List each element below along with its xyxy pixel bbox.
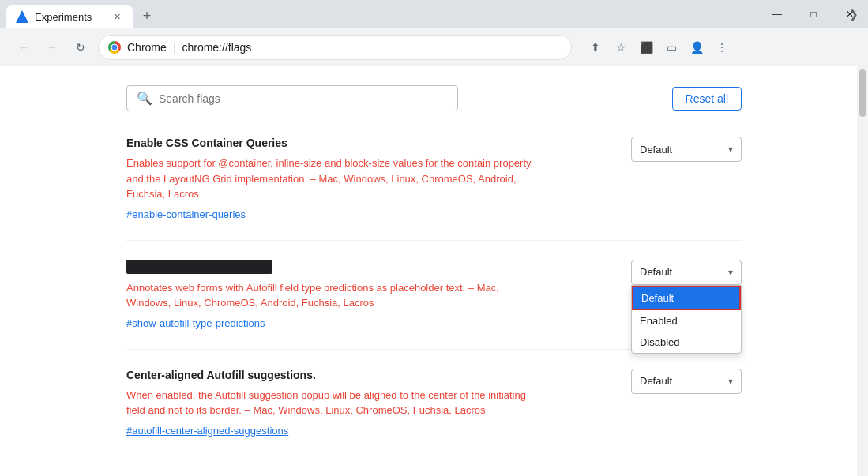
dropdown-menu: Default Enabled Disabled — [631, 285, 742, 354]
flag-link[interactable]: #show-autofill-type-predictions — [126, 317, 265, 329]
select-button[interactable]: Default ▾ — [631, 369, 742, 394]
flag-control: Default ▾ — [631, 369, 742, 394]
active-tab[interactable]: Experiments ✕ — [6, 5, 133, 28]
flag-info: Center-aligned Autofill suggestions. Whe… — [126, 369, 536, 437]
dropdown-item-disabled[interactable]: Disabled — [632, 332, 741, 353]
chevron-down-icon: ▾ — [728, 267, 733, 278]
close-window-button[interactable]: ✕ — [832, 0, 868, 28]
extension-icon[interactable]: ⬛ — [635, 36, 657, 58]
new-tab-button[interactable]: + — [136, 5, 158, 27]
url-display: chrome://flags — [182, 41, 251, 54]
chrome-logo-icon — [108, 41, 121, 54]
back-button[interactable]: ← — [13, 36, 35, 58]
forward-button[interactable]: → — [41, 36, 63, 58]
select-button[interactable]: Default ▾ — [631, 137, 742, 162]
profile-icon[interactable]: 👤 — [686, 36, 708, 58]
flag-control: Default ▾ — [631, 137, 742, 162]
search-icon: 🔍 — [137, 91, 152, 106]
flag-title: Center-aligned Autofill suggestions. — [126, 369, 536, 381]
reset-all-button[interactable]: Reset all — [672, 87, 742, 111]
chevron-down-icon: ▾ — [728, 144, 733, 155]
flag-control: Default ▾ Default Enabled Disabled — [631, 260, 742, 285]
title-bar: Experiments ✕ + ❯ — □ ✕ — [0, 0, 868, 28]
flag-title: Enable CSS Container Queries — [126, 137, 536, 149]
search-box[interactable]: 🔍 — [126, 85, 458, 111]
flag-item-autofill-center: Center-aligned Autofill suggestions. Whe… — [126, 369, 742, 456]
cast-icon[interactable]: ▭ — [660, 36, 682, 58]
tab-favicon — [16, 10, 28, 23]
select-value: Default — [640, 144, 672, 156]
brand-label: Chrome — [127, 41, 167, 54]
dropdown-item-enabled[interactable]: Enabled — [632, 310, 741, 332]
toolbar-icons: ⬆ ☆ ⬛ ▭ 👤 ⋮ — [584, 36, 733, 58]
flag-row: Enable CSS Container Queries Enables sup… — [126, 137, 742, 221]
select-wrapper: Default ▾ — [631, 369, 742, 394]
tab-title: Experiments — [35, 11, 104, 23]
browser-window: Experiments ✕ + ❯ — □ ✕ ← → ↻ Chrome | c… — [0, 0, 868, 476]
reload-button[interactable]: ↻ — [70, 36, 92, 58]
redacted-title-bar — [126, 260, 272, 274]
page-content: 🔍 Reset all Enable CSS Container Queries… — [0, 66, 868, 476]
flag-description: Enables support for @container, inline-s… — [126, 156, 536, 202]
flag-item-css-container: Enable CSS Container Queries Enables sup… — [126, 137, 742, 241]
window-controls: — □ ✕ — [759, 0, 868, 28]
flag-link[interactable]: #autofill-center-aligned-suggestions — [126, 425, 288, 437]
menu-icon[interactable]: ⋮ — [711, 36, 733, 58]
address-input[interactable]: Chrome | chrome://flags — [98, 35, 572, 60]
flag-description: When enabled, the Autofill suggestion po… — [126, 388, 536, 418]
tab-close-button[interactable]: ✕ — [111, 10, 123, 23]
flag-info: Annotates web forms with Autofill field … — [126, 260, 536, 330]
search-input[interactable] — [159, 92, 448, 105]
select-value: Default — [640, 375, 672, 387]
flag-description: Annotates web forms with Autofill field … — [126, 280, 536, 311]
url-separator: | — [173, 41, 176, 54]
flag-row: Annotates web forms with Autofill field … — [126, 260, 742, 330]
flag-row: Center-aligned Autofill suggestions. Whe… — [126, 369, 742, 437]
scrollbar[interactable] — [857, 66, 868, 476]
scrollbar-thumb[interactable] — [859, 69, 866, 117]
dropdown-item-default[interactable]: Default — [632, 286, 741, 310]
minimize-button[interactable]: — — [759, 0, 795, 28]
select-wrapper-open: Default ▾ Default Enabled Disabled — [631, 260, 742, 285]
share-icon[interactable]: ⬆ — [584, 36, 607, 58]
flag-info: Enable CSS Container Queries Enables sup… — [126, 137, 536, 221]
address-bar: ← → ↻ Chrome | chrome://flags ⬆ ☆ ⬛ ▭ 👤 … — [0, 28, 868, 66]
star-icon[interactable]: ☆ — [610, 36, 632, 58]
maximize-button[interactable]: □ — [795, 0, 832, 28]
select-value: Default — [640, 266, 672, 278]
flag-item-autofill-type: Annotates web forms with Autofill field … — [126, 260, 742, 350]
select-wrapper: Default ▾ — [631, 137, 742, 162]
search-area: 🔍 Reset all — [126, 85, 742, 111]
select-button[interactable]: Default ▾ — [631, 260, 742, 285]
chevron-down-icon: ▾ — [728, 376, 733, 387]
flag-link[interactable]: #enable-container-queries — [126, 208, 246, 220]
